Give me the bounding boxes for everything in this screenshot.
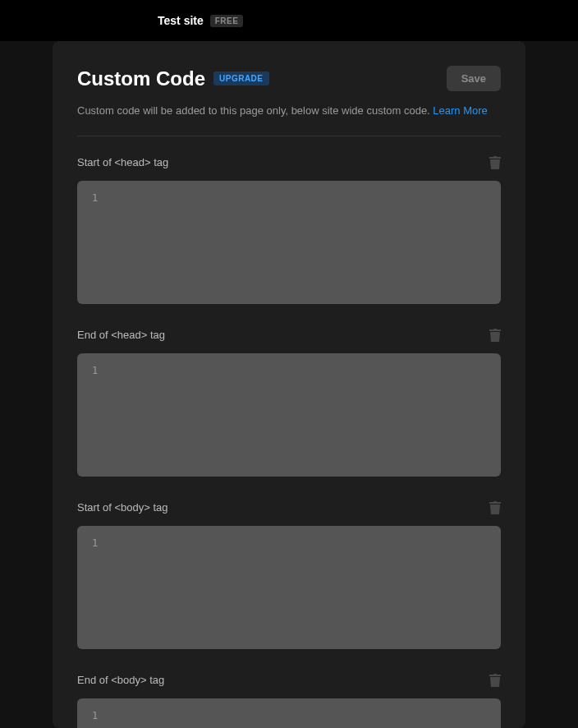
code-input-head-end[interactable] [107, 365, 486, 465]
line-number: 1 [92, 537, 98, 549]
trash-icon[interactable] [489, 501, 501, 514]
code-section-header: End of <head> tag [77, 329, 501, 342]
code-section-body-end: End of <body> tag 1 [77, 674, 501, 729]
code-section-header: End of <body> tag [77, 674, 501, 687]
save-button[interactable]: Save [447, 66, 501, 91]
code-input-body-end[interactable] [107, 710, 486, 729]
code-label: Start of <head> tag [77, 156, 168, 168]
line-number: 1 [92, 192, 98, 204]
custom-code-panel: Custom Code UPGRADE Save Custom code wil… [53, 41, 525, 728]
trash-icon[interactable] [489, 674, 501, 687]
code-input-body-start[interactable] [107, 537, 486, 638]
code-label: Start of <body> tag [77, 501, 168, 514]
trash-icon[interactable] [489, 329, 501, 342]
panel-title: Custom Code [77, 67, 205, 90]
code-section-body-start: Start of <body> tag 1 [77, 501, 501, 649]
trash-icon[interactable] [489, 156, 501, 169]
code-label: End of <head> tag [77, 329, 165, 341]
code-input-head-start[interactable] [107, 192, 486, 293]
plan-badge: FREE [210, 15, 244, 27]
description-text: Custom code will be added to this page o… [77, 104, 433, 117]
code-section-head-end: End of <head> tag 1 [77, 329, 501, 477]
site-title: Test site [158, 14, 204, 27]
code-section-header: Start of <head> tag [77, 156, 501, 169]
upgrade-badge[interactable]: UPGRADE [213, 71, 269, 85]
content-wrapper: Custom Code UPGRADE Save Custom code wil… [0, 41, 578, 728]
code-section-header: Start of <body> tag [77, 501, 501, 514]
code-label: End of <body> tag [77, 674, 164, 686]
line-number: 1 [92, 365, 98, 376]
line-number: 1 [92, 710, 98, 721]
code-editor-body-start[interactable]: 1 [77, 526, 501, 649]
panel-description: Custom code will be added to this page o… [77, 103, 501, 119]
code-editor-head-start[interactable]: 1 [77, 181, 501, 304]
topbar: Test site FREE [0, 0, 578, 41]
learn-more-link[interactable]: Learn More [433, 104, 487, 117]
code-editor-head-end[interactable]: 1 [77, 353, 501, 477]
code-editor-body-end[interactable]: 1 [77, 698, 501, 729]
panel-header: Custom Code UPGRADE Save [77, 66, 501, 91]
divider [77, 136, 501, 136]
title-group: Custom Code UPGRADE [77, 67, 269, 90]
code-section-head-start: Start of <head> tag 1 [77, 156, 501, 304]
